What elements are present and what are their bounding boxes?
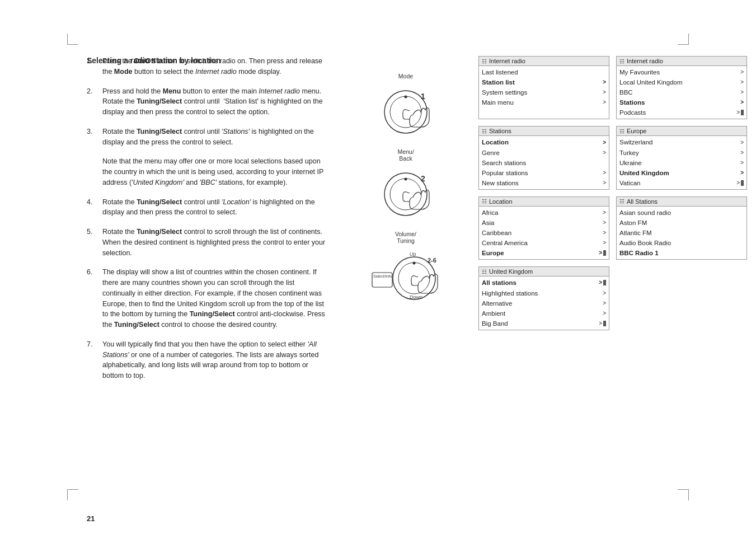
diagrams-column: Mode 1 Menu/Back 2: [350, 73, 462, 324]
screen4-label-vatican: Vatican: [619, 179, 641, 188]
screen2-header-label: Internet radio: [627, 58, 663, 64]
screen6-row-atlantic: Atlantic FM: [619, 228, 744, 238]
screen6-body: Asian sound radio Aston FM Atlantic FM A…: [617, 207, 746, 259]
screen3-row-new: New stations >: [482, 178, 606, 188]
step-3-subpara: Note that the menu may offer one or more…: [102, 156, 327, 188]
screen4-row-vatican: Vatican >: [619, 178, 744, 188]
diagram-tuning-label: Volume/Tuning: [395, 231, 416, 244]
screen7-label-all-stations: All stations: [482, 278, 516, 287]
svg-text:Select/Info: Select/Info: [373, 274, 392, 278]
screen-united-kingdom: ☷ United Kingdom All stations > Highligh…: [478, 266, 609, 330]
screen-internet-radio-stations: ☷ Internet radio My Favourites > Local U…: [616, 56, 747, 119]
step-number-3: 3.: [87, 127, 102, 148]
screen2-label-podcasts: Podcasts: [619, 108, 646, 117]
screen5-scroll-europe: >: [599, 249, 606, 257]
step-text-1: Press the On/Off button to switch the ra…: [102, 56, 327, 77]
screen3-label-new: New stations: [482, 179, 519, 188]
screen7-row-alternative: Alternative >: [482, 298, 606, 308]
instruction-item-4: 4. Rotate the Tuning/Select control unti…: [87, 197, 327, 218]
screen7-body: All stations > Highlighted stations > Al…: [479, 277, 609, 329]
screen4-label-uk: United Kingdom: [619, 168, 669, 177]
screen7-header-label: United Kingdom: [489, 268, 533, 275]
screen4-label-turkey: Turkey: [619, 148, 639, 157]
screen5-label-asia: Asia: [482, 218, 494, 227]
screen3-body: Location > Genre > Search stations Popul…: [479, 136, 609, 189]
corner-mark-br: [678, 489, 689, 500]
screen3-icon: ☷: [482, 128, 487, 134]
instruction-item-6: 6. The display will show a list of count…: [87, 267, 327, 330]
screen2-body: My Favourites > Local United Kingdom > B…: [617, 66, 746, 119]
screen1-icon: ☷: [482, 58, 487, 64]
diagram-mode: Mode 1: [350, 73, 462, 143]
svg-point-6: [405, 178, 407, 181]
step-text-2: Press and hold the Menu button to enter …: [102, 86, 327, 118]
screen6-label-aston: Aston FM: [619, 218, 647, 227]
screen-internet-radio-main: ☷ Internet radio Last listened Station l…: [478, 56, 609, 119]
step-number-7: 7.: [87, 339, 102, 381]
screen3-label-popular: Popular stations: [482, 168, 528, 177]
screen4-row-turkey: Turkey >: [619, 148, 744, 158]
screen7-row-all-stations: All stations >: [482, 278, 606, 288]
screen2-label-stations: Stations: [619, 98, 645, 107]
screen1-arrow-main-menu: >: [603, 99, 606, 106]
screen4-icon: ☷: [619, 128, 624, 134]
screen2-arrow-stations: >: [740, 99, 744, 106]
instruction-item-2: 2. Press and hold the Menu button to ent…: [87, 86, 327, 118]
screen1-label-last-listened: Last listened: [482, 68, 518, 77]
page-number: 21: [87, 514, 95, 523]
screen3-row-popular: Popular stations >: [482, 168, 606, 178]
screen5-row-asia: Asia >: [482, 218, 606, 228]
screen7-label-ambient: Ambient: [482, 309, 505, 318]
screen5-row-central-america: Central America >: [482, 238, 606, 248]
page-content: Selecting a radio station by location 1.…: [87, 56, 669, 489]
screen3-header: ☷ Stations: [479, 127, 609, 136]
screen4-arrow-uk: >: [740, 169, 744, 177]
screen6-label-audio-book: Audio Book Radio: [619, 238, 671, 247]
screen2-label-bbc: BBC: [619, 88, 633, 97]
screen3-label-search: Search stations: [482, 158, 526, 167]
screen5-body: Africa > Asia > Caribbean > Central Amer…: [479, 207, 609, 259]
screen6-label-bbc1: BBC Radio 1: [619, 249, 659, 257]
step-number-6: 6.: [87, 267, 102, 330]
screen5-arrow-africa: >: [603, 209, 606, 217]
screen7-row-ambient: Ambient >: [482, 308, 606, 318]
diagram-mode-svg: 1: [375, 81, 436, 143]
svg-text:2: 2: [421, 174, 425, 183]
screen1-arrow-station-list: >: [603, 78, 606, 86]
screen3-row-genre: Genre >: [482, 148, 606, 158]
screen4-header-label: Europe: [627, 128, 646, 134]
screen6-row-aston: Aston FM: [619, 218, 744, 228]
screen3-arrow-new: >: [603, 179, 606, 187]
screen7-label-alternative: Alternative: [482, 299, 512, 308]
screen3-header-label: Stations: [489, 128, 511, 134]
screen4-row-uk: United Kingdom >: [619, 168, 744, 178]
screen1-label-station-list: Station list: [482, 78, 515, 87]
screen7-scroll-bigband: >: [599, 320, 606, 327]
screen7-row-highlighted: Highlighted stations >: [482, 288, 606, 298]
diagram-menu-svg: 2: [375, 163, 436, 225]
step-text-4: Rotate the Tuning/Select control until '…: [102, 197, 327, 218]
screen6-label-atlantic: Atlantic FM: [619, 228, 652, 237]
screen5-icon: ☷: [482, 198, 487, 204]
screen7-arrow-alternative: >: [603, 299, 606, 307]
screen2-row-stations: Stations >: [619, 97, 744, 107]
screen-stations: ☷ Stations Location > Genre > Search sta…: [478, 126, 609, 189]
screen5-row-europe: Europe >: [482, 248, 606, 258]
screen2-row-podcasts: Podcasts >: [619, 107, 744, 118]
svg-point-5: [390, 179, 421, 210]
screen6-header-label: All Stations: [627, 198, 658, 205]
screen3-arrow-genre: >: [603, 149, 606, 157]
svg-text:2-6: 2-6: [428, 257, 436, 264]
screen4-scroll-vatican: >: [736, 179, 744, 187]
screen5-header: ☷ Location: [479, 197, 609, 207]
diagram-menu: Menu/Back 2: [350, 148, 462, 225]
screen6-header: ☷ All Stations: [617, 197, 746, 207]
screen4-arrow-ukraine: >: [740, 159, 744, 167]
screen2-arrow-bbc: >: [740, 88, 744, 96]
screen2-icon: ☷: [619, 58, 624, 64]
screens-column: ☷ Internet radio Last listened Station l…: [478, 56, 747, 330]
screen5-arrow-asia: >: [603, 219, 606, 227]
svg-text:Up: Up: [410, 251, 416, 257]
screen7-arrow-highlighted: >: [603, 289, 606, 297]
screen4-arrow-switzerland: >: [740, 139, 744, 147]
